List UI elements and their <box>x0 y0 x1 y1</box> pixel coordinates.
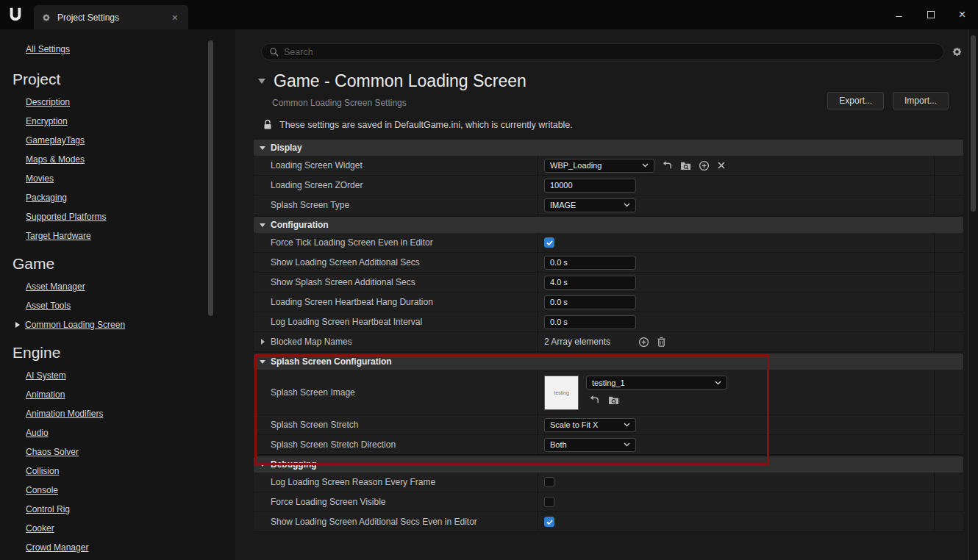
sidebar-item-cooker[interactable]: Cooker <box>0 519 235 538</box>
main-scrollbar-track[interactable] <box>968 29 978 560</box>
splash-stretch-direction-dropdown[interactable]: Both <box>544 438 636 452</box>
row-heartbeat-interval: Log Loading Screen Heartbeat Interval <box>254 312 963 332</box>
collapse-title-icon[interactable] <box>258 79 265 84</box>
sidebar-item-gameplaytags[interactable]: GameplayTags <box>0 131 235 150</box>
row-blocked-map-names: Blocked Map Names 2 Array elements <box>254 332 963 352</box>
sidebar-item-all-settings[interactable]: All Settings <box>26 44 70 54</box>
sidebar-item-common-loading-screen[interactable]: Common Loading Screen <box>0 315 235 334</box>
sidebar-item-control-rig[interactable]: Control Rig <box>0 500 235 519</box>
section-header-configuration[interactable]: Configuration <box>254 217 963 233</box>
setting-label: Splash Screen Stretch Direction <box>271 439 396 450</box>
close-button[interactable]: × <box>946 0 978 29</box>
sidebar-item-target-hardware[interactable]: Target Hardware <box>0 226 235 245</box>
use-selected-asset-icon[interactable] <box>589 395 600 406</box>
delete-array-icon[interactable] <box>657 337 666 347</box>
setting-label: Force Tick Loading Screen Even in Editor <box>271 237 433 248</box>
row-splash-screen-stretch-direction: Splash Screen Stretch Direction Both <box>254 435 963 455</box>
main-scrollbar-thumb[interactable] <box>971 35 976 212</box>
import-button[interactable]: Import... <box>893 92 949 110</box>
sidebar-section-project: Project <box>13 71 235 88</box>
sidebar-item-encryption[interactable]: Encryption <box>0 112 235 131</box>
settings-sidebar: All Settings Project Description Encrypt… <box>0 29 235 560</box>
setting-label: Splash Screen Image <box>271 387 355 398</box>
setting-label: Loading Screen ZOrder <box>271 180 363 190</box>
sidebar-item-console[interactable]: Console <box>0 481 235 500</box>
config-file-notice: These settings are saved in DefaultGame.… <box>254 119 963 130</box>
export-button[interactable]: Export... <box>827 92 884 110</box>
sidebar-item-asset-manager[interactable]: Asset Manager <box>0 277 235 296</box>
expander-arrow-icon <box>15 322 20 328</box>
section-header-debugging[interactable]: Debugging <box>254 456 963 473</box>
sidebar-item-asset-tools[interactable]: Asset Tools <box>0 296 235 315</box>
loading-screen-widget-dropdown[interactable]: WBP_Loading <box>544 159 654 173</box>
force-tick-checkbox[interactable] <box>544 237 554 248</box>
log-reason-checkbox[interactable] <box>544 477 554 487</box>
sidebar-item-ai-system[interactable]: AI System <box>0 366 235 385</box>
search-input[interactable] <box>284 47 936 57</box>
sidebar-item-animation-modifiers[interactable]: Animation Modifiers <box>0 404 235 423</box>
section-collapse-icon <box>260 146 265 150</box>
add-array-element-icon[interactable] <box>638 337 649 348</box>
row-splash-screen-image: Splash Screen Image testing testing_1 <box>254 370 963 415</box>
sidebar-item-animation[interactable]: Animation <box>0 385 235 404</box>
setting-label: Show Loading Screen Additional Secs <box>271 257 420 268</box>
sidebar-item-movies[interactable]: Movies <box>0 169 235 188</box>
heartbeat-hang-input[interactable] <box>544 295 636 309</box>
splash-screen-type-dropdown[interactable]: IMAGE <box>544 198 636 212</box>
unlocked-padlock-icon <box>263 119 273 130</box>
sidebar-item-description[interactable]: Description <box>0 93 235 112</box>
use-selected-asset-icon[interactable] <box>662 160 673 171</box>
splash-stretch-dropdown[interactable]: Scale to Fit X <box>544 418 636 432</box>
show-secs-editor-checkbox[interactable] <box>544 517 554 527</box>
add-new-asset-icon[interactable] <box>699 160 710 171</box>
sidebar-item-maps-modes[interactable]: Maps & Modes <box>0 150 235 169</box>
setting-label: Force Loading Screen Visible <box>271 497 386 507</box>
splash-image-asset-dropdown[interactable]: testing_1 <box>586 376 727 390</box>
page-header: Game - Common Loading Screen Common Load… <box>254 71 963 108</box>
maximize-button[interactable] <box>915 0 946 29</box>
section-collapse-icon <box>260 223 265 227</box>
browse-to-asset-icon[interactable] <box>680 161 691 170</box>
row-splash-screen-type: Splash Screen Type IMAGE <box>254 195 963 215</box>
tab-close-icon[interactable]: × <box>169 12 181 24</box>
show-loading-secs-input[interactable] <box>544 256 636 270</box>
unreal-logo-icon <box>7 7 24 23</box>
window-controls: – × <box>883 0 978 29</box>
array-expander-icon[interactable] <box>261 339 265 345</box>
sidebar-item-crowd-manager[interactable]: Crowd Manager <box>0 538 235 557</box>
setting-label: Log Loading Screen Heartbeat Interval <box>271 317 422 327</box>
setting-label: Splash Screen Type <box>271 200 349 210</box>
force-visible-checkbox[interactable] <box>544 497 554 507</box>
setting-label: Blocked Map Names <box>271 337 352 347</box>
settings-gear-icon[interactable] <box>951 46 963 58</box>
sidebar-engine-list: AI System Animation Animation Modifiers … <box>0 366 235 557</box>
sidebar-item-packaging[interactable]: Packaging <box>0 188 235 207</box>
tab-project-settings[interactable]: Project Settings × <box>34 5 188 29</box>
section-collapse-icon <box>260 463 265 467</box>
show-splash-secs-input[interactable] <box>544 276 636 290</box>
row-loading-screen-widget: Loading Screen Widget WBP_Loading <box>254 156 963 176</box>
row-show-secs-even-in-editor: Show Loading Screen Additional Secs Even… <box>254 512 963 532</box>
section-collapse-icon <box>260 360 265 364</box>
sidebar-item-audio[interactable]: Audio <box>0 423 235 442</box>
row-heartbeat-hang: Loading Screen Heartbeat Hang Duration <box>254 292 963 312</box>
search-box[interactable] <box>261 43 944 60</box>
minimize-button[interactable]: – <box>883 0 915 29</box>
setting-label: Splash Screen Stretch <box>271 420 358 430</box>
section-header-display[interactable]: Display <box>254 140 963 156</box>
search-row <box>254 43 963 60</box>
row-show-splash-secs: Show Splash Screen Additional Secs <box>254 273 963 292</box>
page-title: Game - Common Loading Screen <box>274 71 527 91</box>
sidebar-item-collision[interactable]: Collision <box>0 462 235 481</box>
zorder-input[interactable] <box>544 179 636 193</box>
browse-to-asset-icon[interactable] <box>608 395 619 406</box>
sidebar-scrollbar[interactable] <box>208 40 213 316</box>
sidebar-item-chaos-solver[interactable]: Chaos Solver <box>0 442 235 462</box>
clear-asset-icon[interactable] <box>717 161 726 170</box>
heartbeat-interval-input[interactable] <box>544 315 636 329</box>
section-header-splash-screen-configuration[interactable]: Splash Screen Configuration <box>254 353 963 370</box>
splash-image-thumbnail[interactable]: testing <box>544 376 579 410</box>
setting-label: Loading Screen Heartbeat Hang Duration <box>271 297 433 307</box>
row-show-loading-secs: Show Loading Screen Additional Secs <box>254 253 963 273</box>
sidebar-item-supported-platforms[interactable]: Supported Platforms <box>0 207 235 226</box>
